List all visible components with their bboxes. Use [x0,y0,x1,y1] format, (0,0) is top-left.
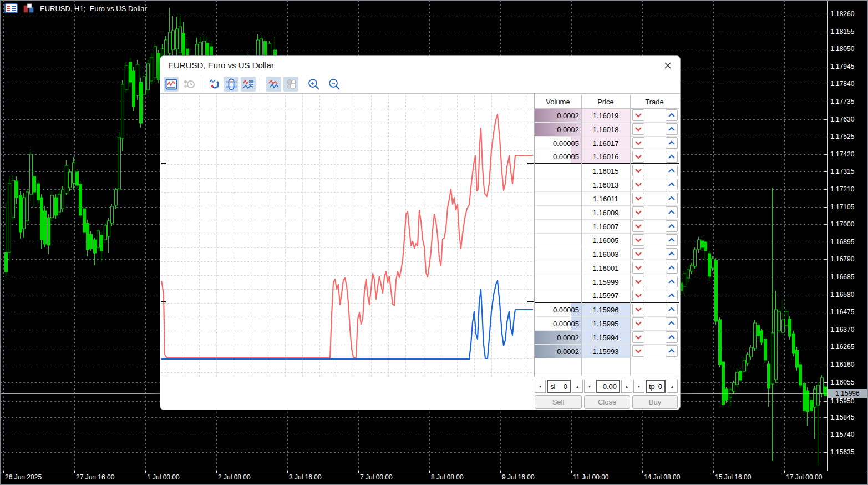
dom-buy-button[interactable] [666,165,678,176]
price-axis-label: 1.16055 [830,378,854,387]
orders-button[interactable] [241,77,256,92]
orders-icon [241,77,256,92]
dom-sell-button[interactable] [632,206,644,218]
tp-increment-button[interactable]: ▲ [667,380,678,393]
dom-buy-button[interactable] [666,262,678,274]
dom-sell-button[interactable] [632,345,644,357]
volume-decrement-button[interactable]: ▼ [584,380,595,393]
volume-input[interactable]: 0.00 [596,380,620,393]
volume-value: 0.0002 [557,109,579,122]
tp-input[interactable]: tp 0 [646,380,666,393]
volume-value: 0.00005 [553,137,579,150]
dom-buy-button[interactable] [666,123,678,135]
dom-sell-button[interactable] [632,234,644,246]
dom-trade-cell [630,275,679,289]
volume-value: 0.00005 [553,150,579,163]
dom-price-cell[interactable]: 1.15999 [581,275,630,289]
sl-input[interactable]: sl 0 [547,380,571,393]
dom-buy-button[interactable] [666,109,678,121]
dom-sell-button[interactable] [632,193,644,204]
buy-button[interactable]: Buy [632,395,678,409]
dom-buy-button[interactable] [666,220,678,232]
chevron-down-icon [633,221,644,231]
dom-sell-button[interactable] [632,165,644,176]
dom-price-cell[interactable]: 1.16019 [581,109,630,122]
dom-price-cell[interactable]: 1.16005 [581,234,630,247]
dom-sell-button[interactable] [632,276,644,287]
dom-sell-button[interactable] [632,179,644,190]
dom-sell-button[interactable] [632,109,644,121]
dialog-titlebar[interactable]: EURUSD, Euro vs US Dollar [160,56,680,75]
dom-row: 1.15997 [535,289,679,303]
dom-price-cell[interactable]: 1.16007 [581,220,630,233]
dom-price-cell[interactable]: 1.16017 [581,137,630,150]
dom-price-cell[interactable]: 1.15993 [581,345,630,358]
price-axis-label: 1.17420 [830,150,854,159]
price-axis-label: 1.18155 [830,27,854,36]
take-profit-spinner: ▼ tp 0 ▲ [633,380,678,393]
dom-price-cell[interactable]: 1.15997 [581,289,630,302]
dom-price-cell[interactable]: 1.16013 [581,178,630,191]
dom-sell-button[interactable] [632,290,644,301]
dom-price-cell[interactable]: 1.16016 [581,150,630,163]
dom-sell-button[interactable] [632,248,644,260]
tick-chart-button[interactable] [266,77,281,92]
volume-bubbles-button[interactable] [283,77,298,92]
zoom-in-button[interactable] [306,77,321,92]
dom-sell-button[interactable] [632,220,644,232]
dom-price-cell[interactable]: 1.15995 [581,317,630,330]
chevron-up-icon [666,304,677,315]
close-button[interactable] [663,60,673,70]
dom-buy-button[interactable] [666,248,678,260]
dom-buy-button[interactable] [666,193,678,204]
dom-buy-button[interactable] [666,345,678,357]
dom-price-cell[interactable]: 1.16001 [581,261,630,275]
dom-price-cell[interactable]: 1.15994 [581,331,630,344]
time-axis-label: 2 Jul 08:00 [218,473,251,481]
dom-trade-cell [630,303,679,316]
dom-buy-button[interactable] [666,137,678,149]
volume-value: 0.0002 [557,345,579,358]
chevron-up-icon [666,165,677,176]
dom-buy-button[interactable] [666,290,678,301]
tp-decrement-button[interactable]: ▼ [633,380,644,393]
magnet-button[interactable] [206,77,221,92]
dom-sell-button[interactable] [632,331,644,343]
dom-price-cell[interactable]: 1.16018 [581,123,630,136]
dom-volume-cell [535,275,581,289]
dom-buy-button[interactable] [666,179,678,190]
price-axis-label: 1.16895 [830,238,854,246]
dom-buy-button[interactable] [666,304,678,315]
sl-increment-button[interactable]: ▲ [572,380,583,393]
dom-sell-button[interactable] [632,262,644,274]
chevron-down-icon [633,276,644,287]
dom-sell-button[interactable] [632,137,644,149]
dom-trade-cell [630,317,679,330]
tick-depth-chart[interactable] [161,93,534,377]
dom-sell-button[interactable] [632,317,644,329]
dom-buy-button[interactable] [666,234,678,246]
dom-buy-button[interactable] [666,317,678,329]
dom-chart-button[interactable] [164,77,179,92]
volume-increment-button[interactable]: ▲ [621,380,632,393]
dom-buy-button[interactable] [666,206,678,218]
dom-sell-button[interactable] [632,151,644,163]
dom-buy-button[interactable] [666,151,678,163]
spread-button[interactable] [224,77,238,92]
dom-buy-button[interactable] [666,276,678,287]
dom-price-cell[interactable]: 1.16009 [581,206,630,219]
dom-price-cell[interactable]: 1.16015 [581,164,630,178]
sell-button[interactable]: Sell [535,395,582,409]
dom-sell-button[interactable] [632,123,644,135]
dom-buy-button[interactable] [666,331,678,343]
dom-sell-button[interactable] [632,304,644,315]
zoom-out-button[interactable] [327,77,342,92]
dom-price-cell[interactable]: 1.16011 [581,192,630,205]
dom-price-cell[interactable]: 1.16003 [581,247,630,261]
time-and-sales-button[interactable] [181,77,196,92]
dom-volume-cell [535,220,581,233]
dom-price-cell[interactable]: 1.15996 [581,303,630,316]
sl-decrement-button[interactable]: ▼ [535,380,546,393]
price-axis-label: 1.17945 [830,62,854,71]
close-position-button[interactable]: Close [584,395,630,409]
